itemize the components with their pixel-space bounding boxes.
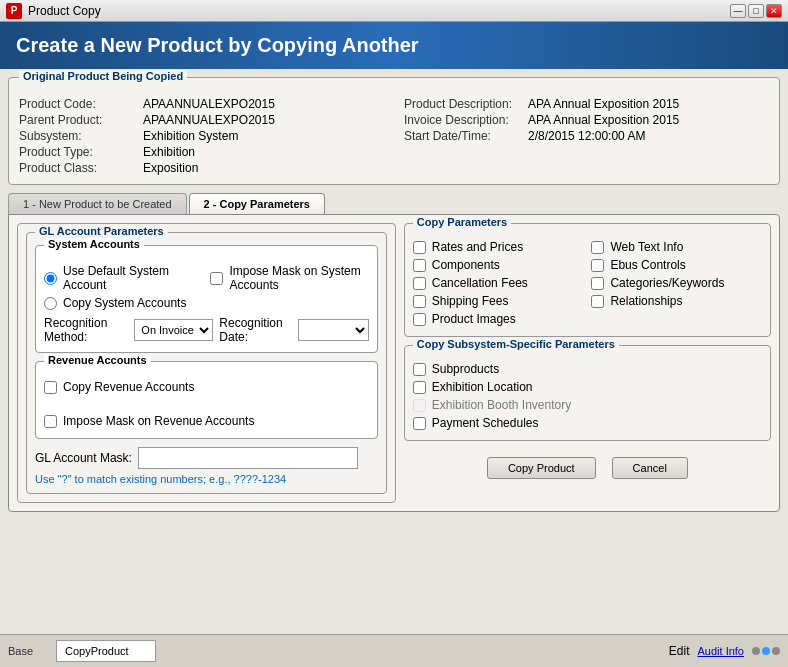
copy-subsystem-section: Copy Subsystem-Specific Parameters Subpr…	[404, 345, 771, 441]
exhibition-location-checkbox[interactable]	[413, 381, 426, 394]
copy-params-title: Copy Parameters	[413, 216, 512, 228]
shipping-fees-checkbox[interactable]	[413, 295, 426, 308]
system-accounts-title: System Accounts	[44, 238, 144, 250]
gl-mask-label: GL Account Mask:	[35, 451, 132, 465]
revenue-accounts-section: Revenue Accounts Copy Revenue Accounts I…	[35, 361, 378, 439]
components-checkbox[interactable]	[413, 259, 426, 272]
original-product-section: Original Product Being Copied Product Co…	[8, 77, 780, 185]
relationships-checkbox[interactable]	[591, 295, 604, 308]
original-product-title: Original Product Being Copied	[19, 70, 187, 82]
subsystem-row: Subsystem: Exhibition System	[19, 128, 384, 144]
product-images-row: Product Images	[413, 310, 584, 328]
subsystem-value: Exhibition System	[143, 129, 238, 143]
gl-hint: Use "?" to match existing numbers; e.g.,…	[35, 473, 378, 485]
status-right: Edit Audit Info	[669, 644, 780, 658]
payment-schedules-label: Payment Schedules	[432, 416, 539, 430]
ebus-controls-row: Ebus Controls	[591, 256, 762, 274]
window-title: Product Copy	[28, 4, 724, 18]
product-desc-row: Product Description: APA Annual Expositi…	[404, 96, 769, 112]
parent-product-label: Parent Product:	[19, 113, 139, 127]
impose-revenue-mask-checkbox[interactable]	[44, 415, 57, 428]
copy-product-button[interactable]: Copy Product	[487, 457, 596, 479]
product-images-checkbox[interactable]	[413, 313, 426, 326]
product-code-row: Product Code: APAANNUALEXPO2015	[19, 96, 384, 112]
copy-revenue-checkbox[interactable]	[44, 381, 57, 394]
header-title: Create a New Product by Copying Another	[16, 34, 419, 56]
components-row: Components	[413, 256, 584, 274]
subproducts-row: Subproducts	[413, 360, 762, 378]
cancellation-fees-row: Cancellation Fees	[413, 274, 584, 292]
right-panel: Copy Parameters Rates and Prices Compone…	[404, 223, 771, 503]
status-dot-2	[762, 647, 770, 655]
web-text-checkbox[interactable]	[591, 241, 604, 254]
use-default-label: Use Default System Account	[63, 264, 202, 292]
minimize-button[interactable]: —	[730, 4, 746, 18]
gl-mask-input[interactable]	[138, 447, 358, 469]
categories-checkbox[interactable]	[591, 277, 604, 290]
rates-prices-label: Rates and Prices	[432, 240, 523, 254]
gl-account-section: GL Account Parameters System Accounts Us…	[17, 223, 396, 503]
product-type-row: Product Type: Exhibition	[19, 144, 384, 160]
main-content: Original Product Being Copied Product Co…	[0, 69, 788, 634]
audit-info-link[interactable]: Audit Info	[698, 645, 744, 657]
subproducts-checkbox[interactable]	[413, 363, 426, 376]
copy-parameters-section: Copy Parameters Rates and Prices Compone…	[404, 223, 771, 337]
product-class-label: Product Class:	[19, 161, 139, 175]
gl-mask-row: GL Account Mask:	[35, 447, 378, 469]
exhibition-booth-row: Exhibition Booth Inventory	[413, 396, 762, 414]
status-dot-1	[752, 647, 760, 655]
tab-new-product[interactable]: 1 - New Product to be Created	[8, 193, 187, 214]
status-label: Base	[8, 645, 48, 657]
maximize-button[interactable]: □	[748, 4, 764, 18]
status-bar: Base CopyProduct Edit Audit Info	[0, 634, 788, 666]
parent-product-row: Parent Product: APAANNUALEXPO2015	[19, 112, 384, 128]
product-type-value: Exhibition	[143, 145, 195, 159]
recognition-row: Recognition Method: On Invoice Recogniti…	[44, 316, 369, 344]
close-button[interactable]: ✕	[766, 4, 782, 18]
product-type-label: Product Type:	[19, 145, 139, 159]
relationships-label: Relationships	[610, 294, 682, 308]
app-icon: P	[6, 3, 22, 19]
invoice-desc-label: Invoice Description:	[404, 113, 524, 127]
recognition-date-label: Recognition Date:	[219, 316, 292, 344]
recognition-method-select[interactable]: On Invoice	[134, 319, 213, 341]
invoice-desc-row: Invoice Description: APA Annual Expositi…	[404, 112, 769, 128]
shipping-fees-row: Shipping Fees	[413, 292, 584, 310]
use-default-radio[interactable]	[44, 272, 57, 285]
window-controls: — □ ✕	[730, 4, 782, 18]
status-indicators	[752, 647, 780, 655]
title-bar: P Product Copy — □ ✕	[0, 0, 788, 22]
ebus-controls-label: Ebus Controls	[610, 258, 685, 272]
impose-revenue-mask-row: Impose Mask on Revenue Accounts	[44, 412, 254, 430]
tab-copy-parameters[interactable]: 2 - Copy Parameters	[189, 193, 325, 214]
web-text-row: Web Text Info	[591, 238, 762, 256]
rates-prices-checkbox[interactable]	[413, 241, 426, 254]
cancel-button[interactable]: Cancel	[612, 457, 688, 479]
impose-mask-label: Impose Mask on System Accounts	[229, 264, 368, 292]
copy-revenue-row: Copy Revenue Accounts	[44, 378, 194, 396]
use-default-radio-row: Use Default System Account	[44, 262, 202, 294]
exhibition-booth-checkbox	[413, 399, 426, 412]
categories-row: Categories/Keywords	[591, 274, 762, 292]
recognition-date-select[interactable]	[298, 319, 368, 341]
status-value: CopyProduct	[56, 640, 156, 662]
impose-revenue-mask-label: Impose Mask on Revenue Accounts	[63, 414, 254, 428]
product-class-row: Product Class: Exposition	[19, 160, 384, 176]
impose-mask-checkbox[interactable]	[210, 272, 223, 285]
copy-system-radio[interactable]	[44, 297, 57, 310]
payment-schedules-checkbox[interactable]	[413, 417, 426, 430]
subsystem-items: Subproducts Exhibition Location Exhibiti…	[413, 354, 762, 432]
status-dot-3	[772, 647, 780, 655]
copy-revenue-label: Copy Revenue Accounts	[63, 380, 194, 394]
exhibition-location-row: Exhibition Location	[413, 378, 762, 396]
start-date-value: 2/8/2015 12:00:00 AM	[528, 129, 645, 143]
copy-subsystem-title: Copy Subsystem-Specific Parameters	[413, 338, 619, 350]
categories-label: Categories/Keywords	[610, 276, 724, 290]
start-date-label: Start Date/Time:	[404, 129, 524, 143]
cancellation-fees-label: Cancellation Fees	[432, 276, 528, 290]
subsystem-label: Subsystem:	[19, 129, 139, 143]
shipping-fees-label: Shipping Fees	[432, 294, 509, 308]
product-images-label: Product Images	[432, 312, 516, 326]
ebus-controls-checkbox[interactable]	[591, 259, 604, 272]
cancellation-fees-checkbox[interactable]	[413, 277, 426, 290]
